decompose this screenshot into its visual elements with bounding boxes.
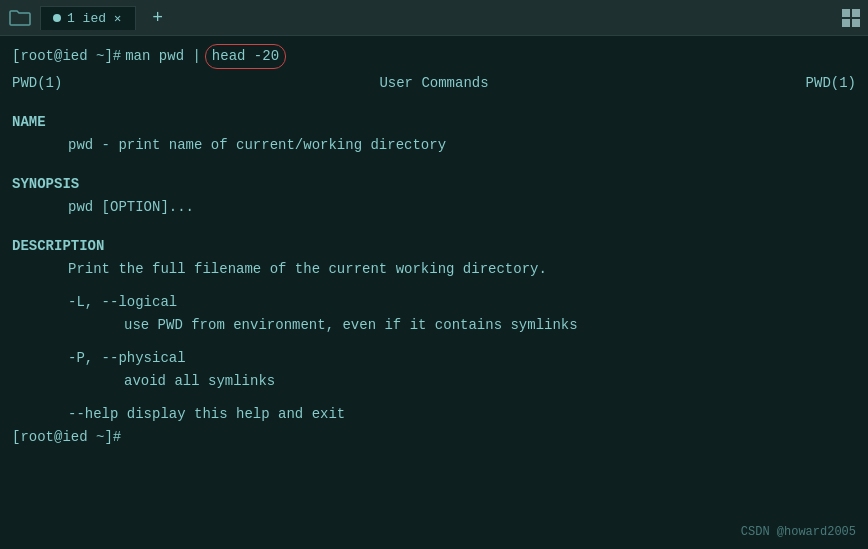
blank-gap-5 bbox=[12, 338, 856, 348]
name-content: pwd - print name of current/working dire… bbox=[12, 135, 856, 156]
desc-content1: Print the full filename of the current w… bbox=[12, 259, 856, 280]
title-bar: 1 ied ✕ + bbox=[0, 0, 868, 36]
man-header: PWD(1) User Commands PWD(1) bbox=[12, 73, 856, 94]
prompt1: [root@ied ~]# bbox=[12, 46, 121, 67]
prompt2: [root@ied ~]# bbox=[12, 427, 121, 448]
man-header-center: User Commands bbox=[92, 73, 776, 94]
blank-gap-1 bbox=[12, 96, 856, 112]
desc-option-p-detail: avoid all symlinks bbox=[12, 371, 856, 392]
section-synopsis-header: SYNOPSIS bbox=[12, 174, 856, 195]
blank-gap-4 bbox=[12, 282, 856, 292]
section-name-header: NAME bbox=[12, 112, 856, 133]
add-tab-button[interactable]: + bbox=[144, 8, 171, 28]
synopsis-content: pwd [OPTION]... bbox=[12, 197, 856, 218]
desc-option-p: -P, --physical bbox=[12, 348, 856, 369]
terminal-window[interactable]: [root@ied ~]# man pwd | head -20 PWD(1) … bbox=[0, 36, 868, 549]
desc-option-l-detail: use PWD from environment, even if it con… bbox=[12, 315, 856, 336]
folder-icon bbox=[8, 6, 32, 30]
blank-gap-3 bbox=[12, 220, 856, 236]
title-bar-left: 1 ied ✕ + bbox=[8, 6, 842, 30]
grid-icon[interactable] bbox=[842, 9, 860, 27]
tab-close-button[interactable]: ✕ bbox=[112, 11, 123, 26]
title-bar-right bbox=[842, 9, 860, 27]
man-header-right: PWD(1) bbox=[776, 73, 856, 94]
terminal-tab[interactable]: 1 ied ✕ bbox=[40, 6, 136, 30]
man-header-left: PWD(1) bbox=[12, 73, 92, 94]
section-description-header: DESCRIPTION bbox=[12, 236, 856, 257]
command-prefix: man pwd | bbox=[125, 46, 201, 67]
final-prompt-line: [root@ied ~]# bbox=[12, 427, 856, 448]
blank-gap-2 bbox=[12, 158, 856, 174]
blank-gap-6 bbox=[12, 394, 856, 404]
tab-label: 1 ied bbox=[67, 11, 106, 26]
command-line: [root@ied ~]# man pwd | head -20 bbox=[12, 44, 856, 69]
desc-help: --help display this help and exit bbox=[12, 404, 856, 425]
desc-option-l: -L, --logical bbox=[12, 292, 856, 313]
tab-dot bbox=[53, 14, 61, 22]
command-highlight: head -20 bbox=[205, 44, 286, 69]
watermark: CSDN @howard2005 bbox=[741, 523, 856, 541]
